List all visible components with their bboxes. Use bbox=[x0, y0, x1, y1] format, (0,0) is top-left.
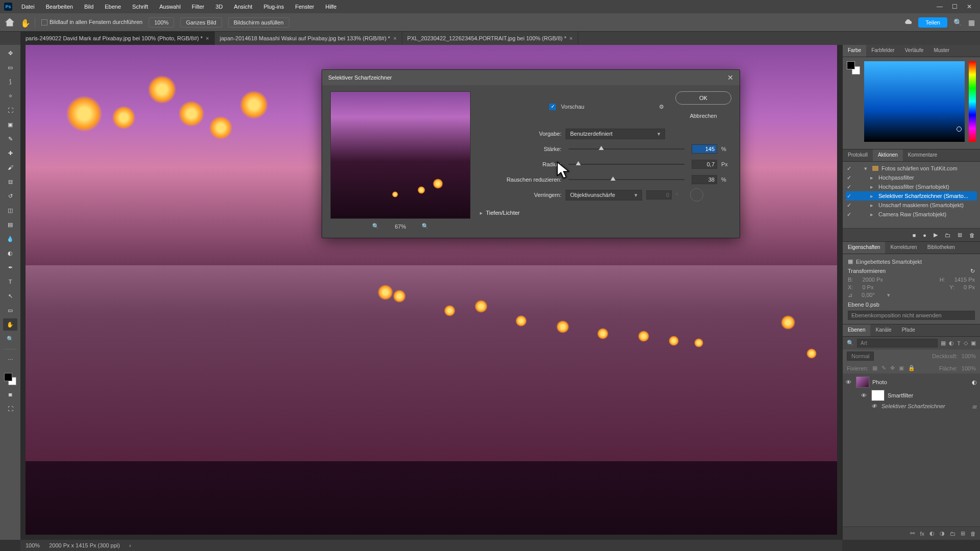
visibility-icon[interactable]: 👁 bbox=[871, 403, 878, 409]
share-button[interactable]: Teilen bbox=[918, 17, 947, 28]
lock-icon[interactable]: 🔒 bbox=[908, 365, 915, 371]
shape-tool[interactable]: ▭ bbox=[3, 304, 17, 316]
radius-input[interactable]: 0,7 bbox=[692, 160, 717, 169]
heal-tool[interactable]: ✚ bbox=[3, 147, 17, 159]
trash-icon[interactable]: 🗑 bbox=[969, 232, 975, 238]
window-maximize[interactable]: ☐ bbox=[952, 3, 958, 10]
preview-checkbox[interactable]: ✓ bbox=[549, 104, 556, 110]
menu-select[interactable]: Auswahl bbox=[154, 2, 186, 12]
menu-filter[interactable]: Filter bbox=[187, 2, 209, 12]
tab-history[interactable]: Protokoll bbox=[843, 149, 873, 161]
shadows-highlights-section[interactable]: ▸Tiefen/Lichter bbox=[480, 210, 731, 216]
fill-value[interactable]: 100% bbox=[962, 365, 976, 371]
tab-libraries[interactable]: Bibliotheken bbox=[922, 242, 960, 254]
menu-window[interactable]: Fenster bbox=[290, 2, 319, 12]
remove-dropdown[interactable]: Objektivunschärfe▾ bbox=[566, 190, 642, 201]
record-icon[interactable]: ● bbox=[923, 232, 926, 238]
tab-gradients[interactable]: Verläufe bbox=[900, 45, 929, 57]
search-icon[interactable]: 🔍 bbox=[953, 18, 962, 27]
close-icon[interactable]: ✕ bbox=[727, 73, 733, 82]
filter-image-icon[interactable]: ▦ bbox=[941, 340, 946, 346]
menu-3d[interactable]: 3D bbox=[210, 2, 228, 12]
close-icon[interactable]: × bbox=[206, 35, 209, 41]
zoom-tool[interactable]: 🔍 bbox=[3, 333, 17, 345]
tab-paths[interactable]: Pfade bbox=[897, 324, 920, 336]
visibility-icon[interactable]: 👁 bbox=[846, 379, 853, 385]
cancel-button[interactable]: Abbrechen bbox=[675, 110, 731, 122]
path-tool[interactable]: ↖ bbox=[3, 290, 17, 302]
zoom-in-icon[interactable]: 🔍 bbox=[422, 223, 429, 230]
edit-toolbar[interactable]: ⋯ bbox=[3, 354, 17, 366]
lock-all-icon[interactable]: ▦ bbox=[872, 365, 877, 371]
layer-filter-dropdown[interactable]: Art bbox=[857, 339, 938, 347]
status-dimensions[interactable]: 2000 Px x 1415 Px (300 ppi) bbox=[49, 542, 120, 548]
action-item-selected[interactable]: ✓▸Selektiver Scharfzeichner (Smarto... bbox=[846, 191, 977, 201]
width-value[interactable]: 2000 Px bbox=[862, 277, 883, 283]
close-icon[interactable]: × bbox=[570, 35, 573, 41]
adjustment-icon[interactable]: ◑ bbox=[940, 530, 945, 537]
filter-options-icon[interactable]: ⚌ bbox=[972, 403, 977, 410]
mask-icon[interactable]: ◐ bbox=[929, 530, 935, 537]
x-value[interactable]: 0 Px bbox=[862, 284, 873, 290]
menu-edit[interactable]: Bearbeiten bbox=[41, 2, 78, 12]
action-item[interactable]: ✓▸Hochpassfilter bbox=[846, 173, 977, 182]
frame-tool[interactable]: ▣ bbox=[3, 118, 17, 131]
eyedropper-tool[interactable]: ✎ bbox=[3, 133, 17, 145]
workspace-icon[interactable]: ▦ bbox=[968, 18, 975, 27]
angle-value[interactable]: 0,00° bbox=[862, 292, 875, 298]
action-item[interactable]: ✓▸Unscharf maskieren (Smartobjekt) bbox=[846, 201, 977, 210]
window-close[interactable]: ✕ bbox=[967, 3, 972, 10]
trash-icon[interactable]: 🗑 bbox=[970, 531, 976, 537]
layer-row[interactable]: 👁 Photo ◐ bbox=[843, 374, 980, 390]
chevron-right-icon[interactable]: › bbox=[129, 542, 131, 548]
menu-help[interactable]: Hilfe bbox=[320, 2, 341, 12]
action-item[interactable]: ✓▸Camera Raw (Smartobjekt) bbox=[846, 210, 977, 219]
hue-slider[interactable] bbox=[969, 61, 976, 142]
doc-tab-1[interactable]: paris-2499022 David Mark auf Pixabay.jpg… bbox=[20, 32, 215, 45]
tab-actions[interactable]: Aktionen bbox=[873, 149, 903, 161]
filter-entry[interactable]: 👁 Selektiver Scharfzeichner ⚌ bbox=[843, 401, 980, 411]
wand-tool[interactable]: ✧ bbox=[3, 90, 17, 102]
filter-shape-icon[interactable]: ◇ bbox=[964, 340, 968, 346]
lock-artboard-icon[interactable]: ▣ bbox=[899, 365, 904, 371]
color-swatch[interactable] bbox=[3, 372, 17, 386]
stop-icon[interactable]: ■ bbox=[913, 232, 916, 238]
new-layer-icon[interactable]: ⊞ bbox=[961, 530, 965, 537]
amount-slider[interactable] bbox=[569, 148, 684, 149]
amount-input[interactable]: 145 bbox=[692, 144, 717, 154]
mini-swatch[interactable] bbox=[847, 61, 860, 74]
zoom-100-button[interactable]: 100% bbox=[149, 17, 174, 28]
tab-properties[interactable]: Eigenschaften bbox=[843, 242, 885, 254]
hand-tool[interactable]: ✋ bbox=[3, 318, 17, 331]
filter-adjust-icon[interactable]: ◐ bbox=[949, 340, 954, 346]
action-item[interactable]: ✓▸Hochpassfilter (Smartobjekt) bbox=[846, 182, 977, 191]
blend-mode-dropdown[interactable]: Normal bbox=[847, 352, 874, 361]
cloud-icon[interactable] bbox=[904, 18, 912, 27]
tab-comments[interactable]: Kommentare bbox=[903, 149, 942, 161]
menu-plugins[interactable]: Plug-ins bbox=[258, 2, 289, 12]
blur-tool[interactable]: 💧 bbox=[3, 233, 17, 245]
gradient-tool[interactable]: ▤ bbox=[3, 218, 17, 231]
play-icon[interactable]: ▶ bbox=[934, 232, 938, 238]
group-icon[interactable]: 🗀 bbox=[950, 531, 955, 537]
color-picker[interactable] bbox=[864, 61, 965, 142]
lock-pixels-icon[interactable]: ✎ bbox=[881, 365, 886, 371]
filter-type-icon[interactable]: T bbox=[957, 340, 961, 346]
smartfilter-row[interactable]: 👁 Smartfilter bbox=[843, 390, 980, 401]
window-minimize[interactable]: — bbox=[937, 3, 943, 10]
menu-layer[interactable]: Ebene bbox=[100, 2, 126, 12]
brush-tool[interactable]: 🖌 bbox=[3, 161, 17, 173]
close-icon[interactable]: × bbox=[393, 35, 396, 41]
visibility-icon[interactable]: 👁 bbox=[861, 392, 868, 398]
tab-channels[interactable]: Kanäle bbox=[870, 324, 896, 336]
noise-slider[interactable] bbox=[569, 179, 684, 180]
new-folder-icon[interactable]: 🗀 bbox=[945, 232, 950, 238]
dodge-tool[interactable]: ◐ bbox=[3, 247, 17, 259]
menu-view[interactable]: Ansicht bbox=[229, 2, 257, 12]
fit-screen-button[interactable]: Ganzes Bild bbox=[180, 17, 222, 28]
dialog-titlebar[interactable]: Selektiver Scharfzeichner ✕ bbox=[322, 70, 740, 85]
status-zoom[interactable]: 100% bbox=[26, 542, 40, 548]
tab-layers[interactable]: Ebenen bbox=[843, 324, 870, 336]
noise-input[interactable]: 38 bbox=[692, 175, 717, 184]
layer-thumbnail[interactable] bbox=[856, 377, 869, 388]
